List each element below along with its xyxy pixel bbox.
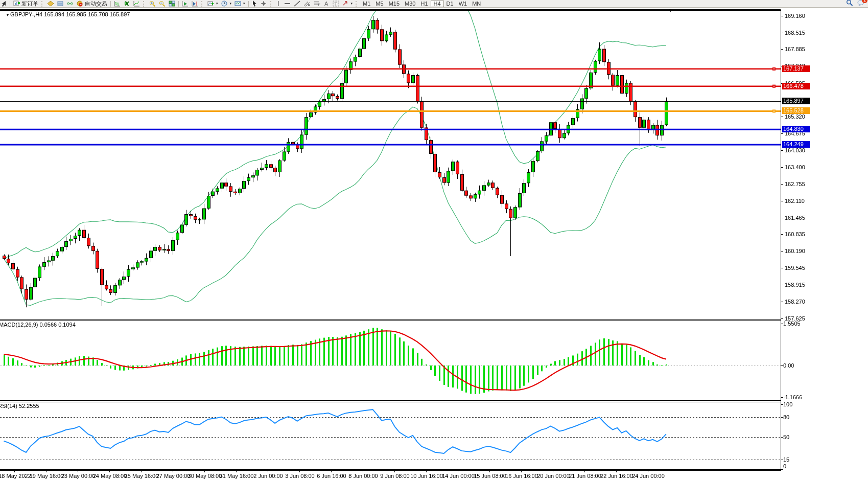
channel-icon: E xyxy=(303,1,311,7)
timeframe-M30[interactable]: M30 xyxy=(402,1,418,7)
market-watch-button[interactable] xyxy=(56,1,65,7)
svg-text:T: T xyxy=(334,2,337,7)
chevron-down-icon[interactable]: ▾ xyxy=(243,2,245,6)
toolbar-separator xyxy=(110,1,111,7)
label-icon: T xyxy=(333,1,339,7)
tile-windows-icon xyxy=(169,1,175,7)
cursor-icon xyxy=(252,1,257,7)
candles-mode-button[interactable] xyxy=(122,1,132,7)
zoom-in-icon xyxy=(149,1,156,7)
vline-icon xyxy=(276,1,281,7)
crosshair-tool-button[interactable] xyxy=(259,1,269,7)
top-toolbar: 新订单自动交易▾▾▾EFAT▾M1M5M15M30H1H4D1W1MN1 xyxy=(0,0,868,8)
svg-text:F: F xyxy=(318,3,320,7)
timeframe-M1[interactable]: M1 xyxy=(360,1,373,7)
templates-icon xyxy=(234,1,241,7)
fibonacci-tool[interactable]: F xyxy=(312,1,322,7)
chart-shift-button[interactable] xyxy=(190,1,200,7)
timeframe-MN[interactable]: MN xyxy=(470,1,483,7)
auto-scroll-icon xyxy=(182,1,189,7)
community-button[interactable]: 1 xyxy=(857,0,865,7)
profile-icon xyxy=(48,1,54,7)
toolbar-separator xyxy=(356,1,359,7)
cursor-edge-icon[interactable] xyxy=(0,1,8,7)
indicators-icon xyxy=(207,1,214,7)
signals-button[interactable] xyxy=(65,1,75,7)
arrows-tool[interactable]: ▾ xyxy=(341,1,355,7)
indicators-button[interactable]: ▾ xyxy=(206,1,220,7)
chart-shift-icon xyxy=(192,1,198,7)
notification-badge: 1 xyxy=(862,0,867,3)
bars-mode-button[interactable] xyxy=(112,1,122,7)
periods-button[interactable]: ▾ xyxy=(220,1,233,7)
fibo-icon: F xyxy=(314,1,321,7)
vertical-line-tool[interactable] xyxy=(275,1,283,7)
equidistant-channel-tool[interactable]: E xyxy=(302,1,312,7)
market-watch-icon xyxy=(57,1,64,7)
toolbar-separator xyxy=(201,1,205,7)
chevron-down-icon[interactable]: ▾ xyxy=(216,2,218,6)
autotrading-button[interactable]: 自动交易 xyxy=(75,1,109,7)
timeframe-M15[interactable]: M15 xyxy=(386,1,402,7)
zoom-out-button[interactable] xyxy=(157,1,167,7)
timeframe-M5[interactable]: M5 xyxy=(373,1,386,7)
chevron-down-icon[interactable]: ▾ xyxy=(351,2,353,6)
toolbar-separator xyxy=(10,1,10,7)
cursor-edge-icon xyxy=(2,1,7,7)
crosshair-icon xyxy=(261,1,267,7)
autotrade-icon xyxy=(77,1,83,7)
profiles-button[interactable] xyxy=(46,1,56,7)
auto-scroll-button[interactable] xyxy=(180,1,190,7)
cursor-tool-button[interactable] xyxy=(250,1,259,7)
svg-text:E: E xyxy=(308,4,310,7)
timeframe-H4[interactable]: H4 xyxy=(431,1,444,7)
templates-button[interactable]: ▾ xyxy=(233,1,247,7)
zoom-in-button[interactable] xyxy=(148,1,157,7)
horizontal-line-tool[interactable] xyxy=(283,1,292,7)
timeframe-H1[interactable]: H1 xyxy=(418,1,430,7)
new-order-icon xyxy=(13,1,20,7)
trendline-tool[interactable] xyxy=(292,1,302,7)
bar-chart-icon xyxy=(114,1,121,7)
autotrading-button-label: 自动交易 xyxy=(85,0,107,8)
svg-text:A: A xyxy=(324,1,329,7)
text-tool[interactable]: A xyxy=(322,1,331,7)
line-chart-icon xyxy=(133,1,140,7)
toolbar-right-icons: 1 xyxy=(846,0,865,7)
new-order-button-label: 新订单 xyxy=(21,0,38,8)
price-chart-canvas[interactable] xyxy=(0,0,868,480)
toolbar-separator xyxy=(248,1,249,7)
chevron-down-icon[interactable]: ▾ xyxy=(230,2,232,6)
candle-chart-icon xyxy=(124,1,130,7)
toolbar-separator xyxy=(143,1,147,7)
timeframe-W1[interactable]: W1 xyxy=(456,1,470,7)
periods-clock-icon xyxy=(221,1,228,7)
hline-icon xyxy=(284,1,291,7)
tile-windows-button[interactable] xyxy=(167,1,177,7)
trendline-icon xyxy=(294,1,300,7)
timeframe-D1[interactable]: D1 xyxy=(444,1,456,7)
line-mode-button[interactable] xyxy=(132,1,142,7)
toolbar-separator xyxy=(178,1,179,7)
text-icon: A xyxy=(324,1,330,7)
text-label-tool[interactable]: T xyxy=(331,1,341,7)
toolbar-separator xyxy=(41,1,45,7)
toolbar-separator xyxy=(270,1,274,7)
signal-icon xyxy=(67,1,74,7)
zoom-out-icon xyxy=(159,1,166,7)
arrows-icon xyxy=(342,1,349,7)
new-order-button[interactable]: 新订单 xyxy=(12,1,40,7)
search-button[interactable] xyxy=(846,0,853,7)
